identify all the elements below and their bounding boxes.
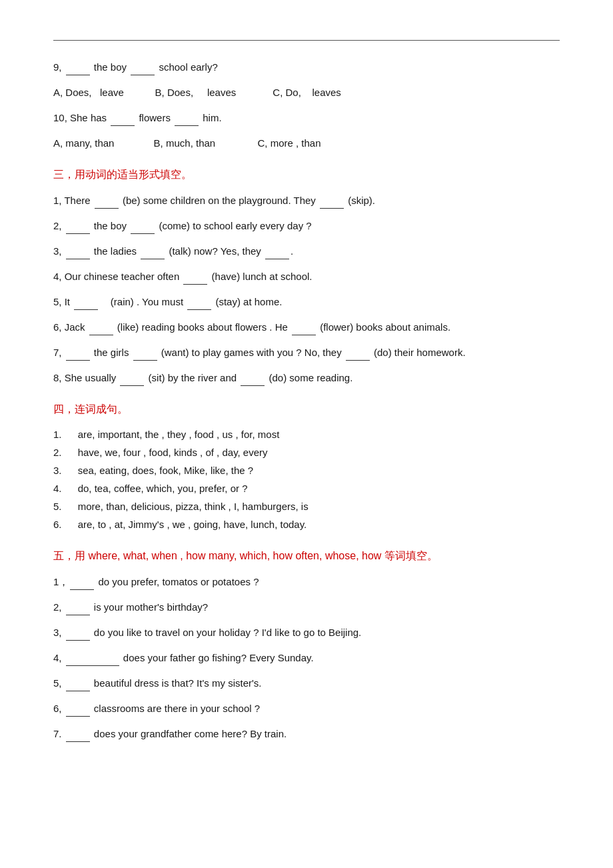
section4-heading: 四，连词成句。 (53, 401, 560, 418)
blank (175, 125, 199, 126)
q10-text: 10, She has flowers him. (53, 110, 560, 126)
blank (120, 385, 144, 386)
blank (66, 640, 90, 641)
section3-items: 1, There (be) some children on the playg… (53, 193, 560, 386)
blank (66, 691, 90, 691)
blank (66, 741, 90, 742)
s5-item-2: 2, is your mother's birthday? (53, 599, 560, 615)
s4-item-6: 6. are, to , at, Jimmy's , we , going, h… (53, 517, 560, 533)
s5-item-1: 1， do you prefer, tomatos or potatoes ? (53, 574, 560, 590)
s3-item-2: 2, the boy (come) to school early every … (53, 218, 560, 234)
s4-item-5: 5. more, than, delicious, pizza, think ,… (53, 499, 560, 515)
s5-item-3: 3, do you like to travel on your holiday… (53, 625, 560, 641)
blank (70, 589, 94, 590)
blank (292, 335, 316, 335)
blank (66, 716, 90, 717)
s3-item-4: 4, Our chinese teacher often (have) lunc… (53, 269, 560, 285)
blank (66, 259, 90, 259)
blank (66, 665, 119, 666)
s5-item-5: 5, beautiful dress is that? It's my sist… (53, 675, 560, 691)
blank (265, 259, 289, 259)
blank (131, 233, 155, 234)
blank (66, 360, 90, 361)
blank (133, 360, 157, 361)
s4-item-2: 2. have, we, four , food, kinds , of , d… (53, 445, 560, 461)
s5-item-7: 7. does your grandfather come here? By t… (53, 726, 560, 742)
blank (187, 309, 211, 310)
s3-item-3: 3, the ladies (talk) now? Yes, they . (53, 243, 560, 259)
blank (241, 385, 265, 386)
top-divider (53, 40, 560, 41)
s3-item-8: 8, She usually (sit) by the river and (d… (53, 370, 560, 386)
section5-items: 1， do you prefer, tomatos or potatoes ? … (53, 574, 560, 742)
blank (95, 208, 119, 209)
blank (131, 75, 155, 75)
blank (346, 360, 370, 361)
s3-item-1: 1, There (be) some children on the playg… (53, 193, 560, 209)
s4-item-1: 1. are, important, the , they , food , u… (53, 427, 560, 443)
blank (66, 75, 90, 75)
blank (74, 309, 98, 310)
blank (141, 259, 165, 259)
blank (111, 125, 135, 126)
question-9: 9, the boy school early? A, Does, leave … (53, 59, 560, 101)
s3-item-7: 7, the girls (want) to play games with y… (53, 345, 560, 361)
q9-options: A, Does, leave B, Does, leaves C, Do, le… (53, 85, 560, 101)
s5-item-6: 6, classrooms are there in your school ? (53, 701, 560, 717)
section5-heading: 五，用 where, what, when , how many, which,… (53, 547, 560, 565)
blank (66, 233, 90, 234)
blank (183, 284, 207, 285)
blank (320, 208, 344, 209)
s3-item-5: 5, It (rain) . You must (stay) at home. (53, 294, 560, 310)
section3-heading: 三，用动词的适当形式填空。 (53, 166, 560, 183)
section4-list: 1. are, important, the , they , food , u… (53, 427, 560, 533)
s4-item-4: 4. do, tea, coffee, which, you, prefer, … (53, 481, 560, 497)
question-10: 10, She has flowers him. A, many, than B… (53, 110, 560, 151)
s4-item-3: 3. sea, eating, does, fook, Mike, like, … (53, 463, 560, 479)
blank (89, 335, 113, 335)
blank (66, 615, 90, 615)
s5-item-4: 4, does your father go fishing? Every Su… (53, 650, 560, 666)
s3-item-6: 6, Jack (like) reading books about flowe… (53, 319, 560, 335)
q9-text: 9, the boy school early? (53, 59, 560, 75)
q10-options: A, many, than B, much, than C, more , th… (53, 135, 560, 151)
